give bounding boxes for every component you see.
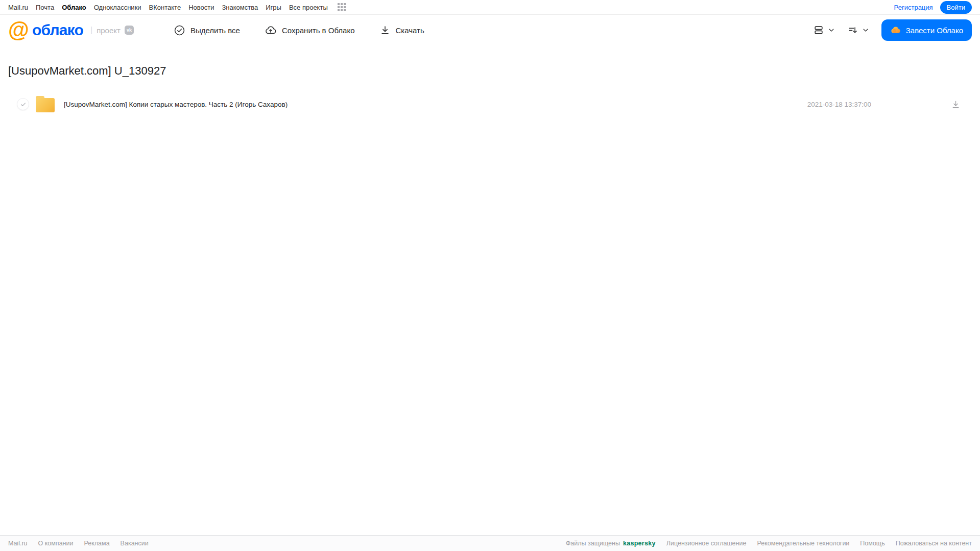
topbar-link-vkontakte[interactable]: ВКонтакте bbox=[149, 4, 181, 11]
topbar-link-all-projects[interactable]: Все проекты bbox=[289, 4, 328, 11]
footer-link-help[interactable]: Помощь bbox=[860, 540, 885, 547]
topbar-link-odnoklassniki[interactable]: Одноклассники bbox=[94, 4, 141, 11]
portal-nav: Mail.ru Почта Облако Одноклассники ВКонт… bbox=[8, 3, 346, 11]
footer-link-ads[interactable]: Реклама bbox=[84, 540, 109, 547]
download-icon bbox=[379, 25, 391, 36]
list-view-icon bbox=[813, 25, 824, 36]
get-cloud-label: Завести Облако bbox=[906, 26, 963, 35]
download-label: Скачать bbox=[396, 26, 424, 35]
cloud-logo-text: облако bbox=[32, 21, 83, 39]
select-all-button[interactable]: Выделить все bbox=[174, 25, 240, 36]
row-checkbox[interactable] bbox=[17, 98, 29, 110]
apps-grid-icon[interactable] bbox=[338, 3, 346, 11]
check-circle-icon bbox=[174, 25, 185, 36]
file-toolbar: Выделить все Сохранить в Облако Скачат bbox=[174, 24, 424, 36]
files-protected-label: Файлы защищены kaspersky bbox=[566, 540, 656, 547]
project-label-group: | проект vk bbox=[90, 26, 134, 35]
footer-right-links: Файлы защищены kaspersky Лицензионное со… bbox=[566, 540, 972, 547]
mailru-at-icon: @ bbox=[8, 20, 29, 40]
cloud-logo[interactable]: @ облако bbox=[8, 20, 83, 40]
registration-link[interactable]: Регистрация bbox=[894, 4, 933, 11]
file-row[interactable]: [UsupovMarket.com] Копии старых мастеров… bbox=[8, 91, 972, 117]
page-title: [UsupovMarket.com] U_130927 bbox=[8, 64, 972, 78]
sort-icon bbox=[847, 25, 858, 36]
footer-left-links: Mail.ru О компании Реклама Вакансии bbox=[8, 540, 149, 547]
kaspersky-logo: kaspersky bbox=[623, 540, 656, 547]
view-mode-selector[interactable] bbox=[813, 25, 835, 36]
cloud-header: @ облако | проект vk Выделить все bbox=[0, 15, 980, 47]
footer-link-license[interactable]: Лицензионное соглашение bbox=[666, 540, 747, 547]
chevron-down-icon bbox=[862, 27, 869, 34]
topbar-link-news[interactable]: Новости bbox=[188, 4, 214, 11]
logo-divider: | bbox=[90, 26, 92, 35]
footer-link-recommendations[interactable]: Рекомендательные технологии bbox=[757, 540, 849, 547]
folder-icon[interactable] bbox=[36, 96, 55, 112]
topbar-link-games[interactable]: Игры bbox=[266, 4, 281, 11]
topbar-link-dating[interactable]: Знакомства bbox=[222, 4, 258, 11]
footer-link-mailru[interactable]: Mail.ru bbox=[8, 540, 28, 547]
footer-link-about[interactable]: О компании bbox=[38, 540, 74, 547]
vk-badge-icon: vk bbox=[125, 26, 134, 35]
main-content: [UsupovMarket.com] U_130927 [UsupovMarke… bbox=[0, 47, 980, 535]
save-to-cloud-label: Сохранить в Облако bbox=[282, 26, 355, 35]
row-download-icon[interactable] bbox=[951, 100, 961, 109]
topbar-link-cloud[interactable]: Облако bbox=[62, 4, 86, 11]
project-label: проект bbox=[97, 26, 121, 35]
footer-link-report[interactable]: Пожаловаться на контент bbox=[896, 540, 972, 547]
file-date: 2021-03-18 13:37:00 bbox=[807, 101, 871, 108]
orange-cloud-icon bbox=[890, 25, 901, 36]
footer-link-jobs[interactable]: Вакансии bbox=[121, 540, 149, 547]
login-button[interactable]: Войти bbox=[940, 1, 972, 14]
cloud-upload-icon bbox=[265, 24, 277, 36]
files-protected-text: Файлы защищены bbox=[566, 540, 620, 547]
save-to-cloud-button[interactable]: Сохранить в Облако bbox=[265, 24, 355, 36]
get-cloud-button[interactable]: Завести Облако bbox=[881, 19, 972, 41]
sort-selector[interactable] bbox=[847, 25, 869, 36]
topbar-link-mail[interactable]: Почта bbox=[36, 4, 54, 11]
chevron-down-icon bbox=[828, 27, 835, 34]
page-footer: Mail.ru О компании Реклама Вакансии Файл… bbox=[0, 535, 980, 551]
select-all-label: Выделить все bbox=[190, 26, 240, 35]
download-button[interactable]: Скачать bbox=[379, 25, 424, 36]
topbar-link-mailru[interactable]: Mail.ru bbox=[8, 4, 28, 11]
folder-name-link[interactable]: [UsupovMarket.com] Копии старых мастеров… bbox=[64, 101, 807, 108]
portal-topbar: Mail.ru Почта Облако Одноклассники ВКонт… bbox=[0, 0, 980, 15]
